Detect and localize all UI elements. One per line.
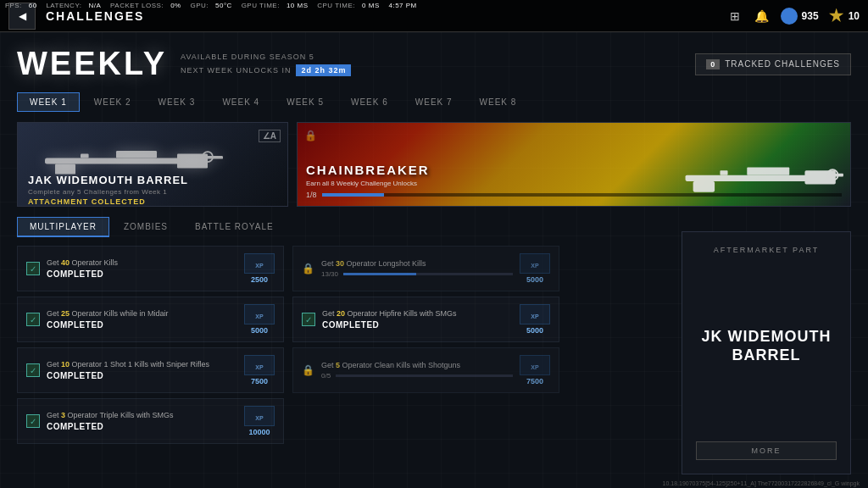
challenge-progress-row-5: 13/30 — [321, 270, 513, 278]
more-button[interactable]: MORE — [696, 441, 837, 460]
aftermarket-label: AFTERMARKET PART — [714, 246, 820, 254]
week-tab-7[interactable]: WEEK 7 — [403, 92, 465, 112]
challenge-xp-1: XP 2500 — [244, 253, 275, 284]
jak-card-sub: Complete any 5 Challenges from Week 1 — [28, 188, 277, 196]
tracked-label: TRACKED CHALLENGES — [725, 59, 840, 69]
chainbreaker-title: CHAINBREAKER — [306, 163, 842, 177]
chainbreaker-content: CHAINBREAKER Earn all 8 Weekly Challenge… — [306, 163, 842, 199]
week-tab-1[interactable]: WEEK 1 — [17, 92, 80, 112]
jak-card-status: ATTACHMENT COLLECTED — [28, 197, 277, 206]
time-val: 4:57 PM — [388, 2, 416, 9]
xp-amount-4: 10000 — [248, 428, 270, 436]
hud-right: ⊞ 🔔 935 10 — [726, 8, 860, 25]
packet-label: PACKET LOSS: — [110, 2, 164, 9]
unlock-timer: NEXT WEEK UNLOCKS IN 2d 2h 32m — [181, 64, 351, 76]
challenge-desc-2: Get 25 Operator Kills while in Midair — [47, 309, 237, 319]
challenge-desc-5: Get 30 Operator Longshot Kills — [321, 259, 513, 269]
week-tab-2[interactable]: WEEK 2 — [81, 92, 144, 112]
week-tab-6[interactable]: WEEK 6 — [338, 92, 401, 112]
fps-val: 60 — [29, 2, 37, 9]
gpu-time-label: GPU TIME: — [242, 2, 280, 9]
challenge-desc-1: Get 40 Operator Kills — [47, 258, 237, 269]
challenge-desc-3: Get 10 Operator 1 Shot 1 Kills with Snip… — [47, 360, 237, 370]
mode-tab-zombies[interactable]: ZOMBIES — [111, 217, 181, 237]
gpu-val: 50°C — [215, 2, 232, 9]
xp-amount-6: 5000 — [526, 326, 543, 335]
aftermarket-title: JK WIDEMOUTH BARREL — [696, 328, 837, 364]
cpu-val: 0 MS — [362, 2, 380, 9]
mode-tab-multiplayer[interactable]: MULTIPLAYER — [17, 217, 109, 237]
challenge-item[interactable]: ✓ Get 20 Operator Hipfire Kills with SMG… — [292, 297, 559, 342]
cp-currency: 935 — [781, 8, 819, 25]
xp-amount-2: 5000 — [251, 326, 268, 335]
available-text: AVAILABLE DURING SEASON 5 — [181, 53, 351, 61]
xp-badge-3: XP — [244, 355, 275, 375]
challenge-status-6: COMPLETED — [322, 320, 513, 330]
challenge-text-1: Get 40 Operator Kills COMPLETED — [47, 258, 237, 280]
challenge-text-5: Get 30 Operator Longshot Kills 13/30 — [321, 259, 513, 279]
xp-amount-5: 5000 — [526, 275, 543, 284]
challenge-item[interactable]: ✓ Get 25 Operator Kills while in Midair … — [17, 297, 284, 342]
challenge-checkbox-2: ✓ — [26, 313, 40, 326]
challenges-right-column: 🔒 Get 30 Operator Longshot Kills 13/30 X… — [292, 246, 559, 444]
week-tab-8[interactable]: WEEK 8 — [467, 92, 530, 112]
chain-progress-bar — [322, 193, 842, 197]
chain-progress: 1/8 — [306, 191, 842, 199]
fps-label: FPS: — [5, 2, 22, 9]
latency-label: LATENCY: — [46, 2, 81, 9]
debug-text: 10.18.19070375[54-125]250+11_A] The77200… — [663, 480, 860, 486]
gpu-label: GPU: — [190, 2, 209, 9]
week-tab-5[interactable]: WEEK 5 — [274, 92, 337, 112]
week-tabs: WEEK 1 WEEK 2 WEEK 3 WEEK 4 WEEK 5 WEEK … — [17, 92, 851, 112]
prog-text-7: 0/5 — [321, 372, 331, 380]
challenge-xp-2: XP 5000 — [244, 304, 275, 335]
xp-badge-2: XP — [244, 304, 275, 324]
challenge-text-2: Get 25 Operator Kills while in Midair CO… — [47, 309, 237, 330]
prog-bar-7 — [336, 374, 513, 377]
challenge-status-2: COMPLETED — [47, 320, 237, 330]
week-tab-3[interactable]: WEEK 3 — [146, 92, 209, 112]
mode-tab-br[interactable]: BATTLE ROYALE — [182, 217, 287, 237]
challenge-item[interactable]: 🔒 Get 30 Operator Longshot Kills 13/30 X… — [292, 246, 559, 291]
xp-badge-7: XP — [520, 355, 550, 375]
tracked-count: 0 — [706, 59, 720, 69]
challenge-xp-4: XP 10000 — [244, 406, 275, 436]
lock-icon: 🔒 — [304, 130, 317, 141]
prog-bar-5 — [343, 273, 513, 275]
prog-text-5: 13/30 — [321, 270, 338, 278]
chainbreaker-sub: Earn all 8 Weekly Challenge Unlocks — [306, 180, 842, 187]
grid-icon[interactable]: ⊞ — [726, 8, 743, 25]
cod-currency: 10 — [829, 8, 860, 24]
week-tab-4[interactable]: WEEK 4 — [209, 92, 272, 112]
challenge-lock-7: 🔒 — [302, 364, 314, 376]
cp-icon — [781, 8, 798, 25]
jak-reward-card[interactable]: ∠A JAK WIDEMOUTH BARREL Complete any 5 C… — [17, 122, 288, 207]
challenges-layout: ✓ Get 40 Operator Kills COMPLETED XP 250… — [17, 246, 559, 444]
challenge-xp-7: XP 7500 — [520, 355, 550, 385]
aftermarket-info-box: AFTERMARKET PART JK WIDEMOUTH BARREL MOR… — [682, 231, 851, 474]
challenge-item[interactable]: ✓ Get 40 Operator Kills COMPLETED XP 250… — [17, 246, 284, 291]
challenge-status-4: COMPLETED — [47, 422, 237, 431]
challenge-status-1: COMPLETED — [47, 269, 237, 279]
aftermarket-jak: J — [702, 328, 711, 345]
bell-icon[interactable]: 🔔 — [754, 8, 771, 25]
svg-rect-2 — [55, 164, 75, 175]
challenge-item[interactable]: ✓ Get 10 Operator 1 Shot 1 Kills with Sn… — [17, 347, 284, 393]
challenge-xp-5: XP 5000 — [520, 253, 550, 284]
challenge-xp-3: XP 7500 — [244, 355, 275, 385]
cod-amount: 10 — [849, 10, 860, 22]
main-content: WEEKLY AVAILABLE DURING SEASON 5 NEXT WE… — [0, 32, 868, 488]
challenge-lock-5: 🔒 — [302, 263, 314, 274]
challenge-checkbox-3: ✓ — [26, 363, 40, 377]
challenge-desc-4: Get 3 Operator Triple Kills with SMGs — [47, 411, 237, 421]
challenge-desc-7: Get 5 Operator Clean Kills with Shotguns — [321, 361, 513, 371]
prog-fill-5 — [343, 273, 416, 275]
challenge-item[interactable]: ✓ Get 3 Operator Triple Kills with SMGs … — [17, 398, 284, 444]
chain-progress-fill — [322, 193, 385, 197]
aftermarket-name: K WIDEMOUTH BARREL — [711, 328, 832, 363]
tracked-challenges-button[interactable]: 0 TRACKED CHALLENGES — [695, 53, 851, 75]
challenge-progress-row-7: 0/5 — [321, 372, 513, 380]
challenge-item[interactable]: 🔒 Get 5 Operator Clean Kills with Shotgu… — [292, 347, 559, 393]
latency-val: N/A — [89, 2, 102, 9]
cp-amount: 935 — [802, 10, 819, 22]
